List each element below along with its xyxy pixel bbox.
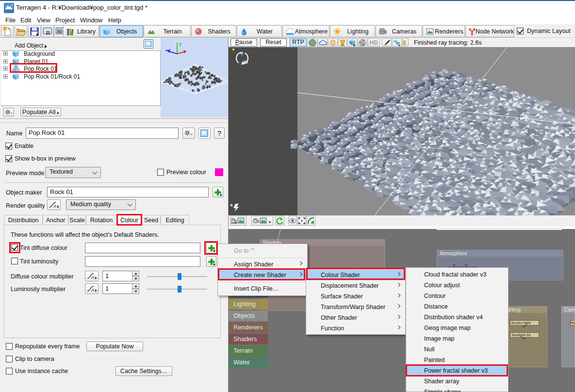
- svg-text:A: A: [91, 288, 94, 293]
- svg-text:A: A: [91, 275, 94, 280]
- svg-text:3D: 3D: [57, 29, 63, 33]
- svg-text:A: A: [53, 204, 56, 209]
- svg-text:R: R: [46, 30, 50, 36]
- svg-text:y: y: [179, 41, 182, 47]
